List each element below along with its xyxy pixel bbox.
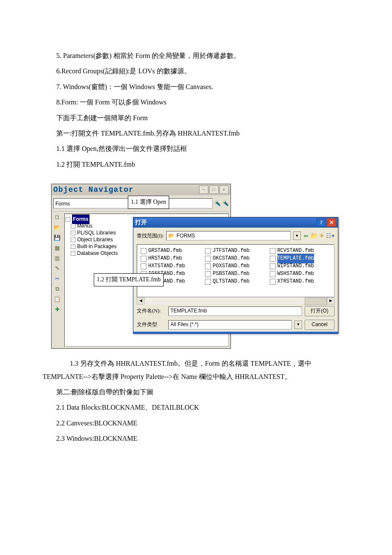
dialog-close-icon[interactable]: ✕	[327, 218, 336, 227]
cut-icon[interactable]: ✂	[53, 275, 61, 283]
copy-icon[interactable]: ⧉	[53, 285, 61, 293]
views-icon[interactable]: ☷▾	[326, 230, 334, 242]
paragraph: 7. Windows(窗體)：一個 Windows 隻能一個 Canvases.	[43, 81, 349, 93]
paragraph: 8.Form: 一個 Form 可以多個 Windows	[43, 96, 349, 109]
file-icon	[205, 279, 211, 285]
find-icon[interactable]: 🔦	[214, 199, 221, 208]
paragraph: 6.Record Groups(記錄組):是 LOVs 的數據源。	[43, 65, 349, 78]
paragraph: 5. Parameters(參數) 相當於 Form 的全局變量，用於傳遞參數。	[43, 49, 349, 62]
filetype-label: 文件类型	[137, 320, 166, 330]
lookin-dropdown[interactable]: 📂 FORMS	[166, 231, 291, 240]
new-folder-icon[interactable]: ✳	[319, 230, 324, 242]
minimize-icon[interactable]: ─	[199, 185, 208, 194]
filename-label: 文件名(N):	[137, 306, 166, 316]
open-button[interactable]: 打开(O)	[305, 306, 334, 316]
dialog-titlebar: 打开 ? ✕	[133, 217, 338, 228]
back-arrow-icon[interactable]: ⬅	[303, 230, 308, 242]
folder-icon: 📂	[168, 231, 175, 241]
callout-template: 1.2 打開 TEMPLATE.fmb	[94, 273, 164, 286]
filetype-value: All Files (*.*)	[170, 320, 290, 330]
file-name: XTRSTAND.fmb	[277, 277, 314, 286]
open-icon[interactable]: 📂	[53, 224, 61, 231]
screenshot-figure: Object Navigator ─ □ ✕ Forms 🔦 🔦 🗋	[43, 184, 349, 349]
tree-dbobj[interactable]: Database Objects	[77, 249, 118, 258]
help-icon[interactable]: ?	[317, 218, 326, 227]
file-icon	[141, 248, 147, 254]
nav-toolbar: 🗋 📂 💾 ▦ ▥ ✎ ✂ ⧉ 📋 ✚	[52, 212, 63, 348]
filename-input[interactable]: TEMPLATE.fmb	[168, 306, 302, 316]
scroll-left-icon[interactable]: ◀	[137, 298, 144, 304]
paragraph: 第二:刪除樣版自帶的對像如下圖	[43, 386, 349, 399]
scroll-right-icon[interactable]: ▶	[327, 298, 334, 304]
scroll-thumb[interactable]	[305, 298, 327, 305]
open-file-dialog: 打开 ? ✕ 查找范围(I): 📂 FORMS ▼ ⬅ 📁 ✳	[133, 217, 338, 334]
horizontal-scrollbar[interactable]: ◀ ▶	[137, 297, 334, 304]
find-next-icon[interactable]: 🔦	[222, 199, 229, 208]
file-icon	[270, 279, 276, 285]
paragraph: 1.1 選擇 Open,然後彈出一個文件選擇對話框	[43, 142, 349, 155]
file-icon	[270, 248, 276, 254]
file-list[interactable]: GRSTAND.fmbJTFSTAND.fmbRCVSTAND.fmbHRSTA…	[137, 244, 334, 297]
save-icon[interactable]: 💾	[53, 234, 61, 242]
file-icon	[205, 263, 211, 269]
create-icon[interactable]: ✚	[53, 306, 61, 313]
file-item[interactable]: XTRSTAND.fmb	[270, 278, 331, 286]
file-icon	[141, 263, 147, 269]
file-icon	[205, 256, 211, 262]
nav-titlebar: Object Navigator ─ □ ✕	[52, 184, 231, 195]
file-icon	[270, 256, 276, 262]
paste-icon[interactable]: 📋	[53, 295, 61, 303]
filetype-dropdown[interactable]: All Files (*.*)	[168, 320, 292, 330]
dialog-title-text: 打开	[135, 217, 147, 228]
dropdown-arrow-icon[interactable]: ▼	[293, 231, 301, 240]
file-icon	[270, 271, 276, 277]
new-icon[interactable]: 🗋	[53, 214, 61, 221]
paragraph: 1.2 打開 TEMPLANTE.fmb	[43, 158, 349, 171]
document-page: 5. Parameters(參數) 相當於 Form 的全局變量，用於傳遞參數。…	[0, 0, 392, 473]
paragraph: 下面手工創建一個簡單的 Form	[43, 112, 349, 124]
paragraph: 2.1 Data Blocks:BLOCKNAME、DETAILBLOCK	[43, 401, 349, 414]
close-icon[interactable]: ✕	[219, 185, 229, 194]
callout-open: 1.1 選擇 Open	[128, 196, 169, 209]
maximize-icon[interactable]: □	[209, 185, 219, 194]
paragraph: 2.3 Windows:BLOCKNAME	[43, 432, 349, 445]
run-icon[interactable]: ▦	[53, 244, 61, 252]
lookin-label: 查找范围(I):	[137, 231, 164, 241]
up-folder-icon[interactable]: 📁	[310, 230, 317, 242]
file-icon	[270, 263, 276, 269]
paragraph: 1.3 另存文件為 HHRALANTEST.fmb。但是，Form 的名稱還 T…	[43, 357, 349, 383]
file-icon	[141, 256, 147, 262]
filetype-arrow-icon[interactable]: ▼	[294, 321, 302, 329]
file-icon	[205, 248, 211, 254]
paragraph: 2.2 Canveses:BLOCKNAME	[43, 417, 349, 430]
file-icon	[205, 271, 211, 277]
brush-icon[interactable]: ✎	[53, 265, 61, 272]
file-item[interactable]: QLTSTAND.fmb	[205, 278, 266, 286]
cancel-button[interactable]: Cancel	[305, 320, 334, 330]
file-name: QLTSTAND.fmb	[213, 277, 249, 286]
debug-icon[interactable]: ▥	[53, 254, 61, 262]
lookin-value: FORMS	[176, 231, 195, 241]
nav-title-text: Object Navigator	[53, 182, 134, 197]
paragraph: 第一:打開文件 TEMPLANTE.fmb.另存為 HHRALANTEST.fm…	[43, 127, 349, 140]
